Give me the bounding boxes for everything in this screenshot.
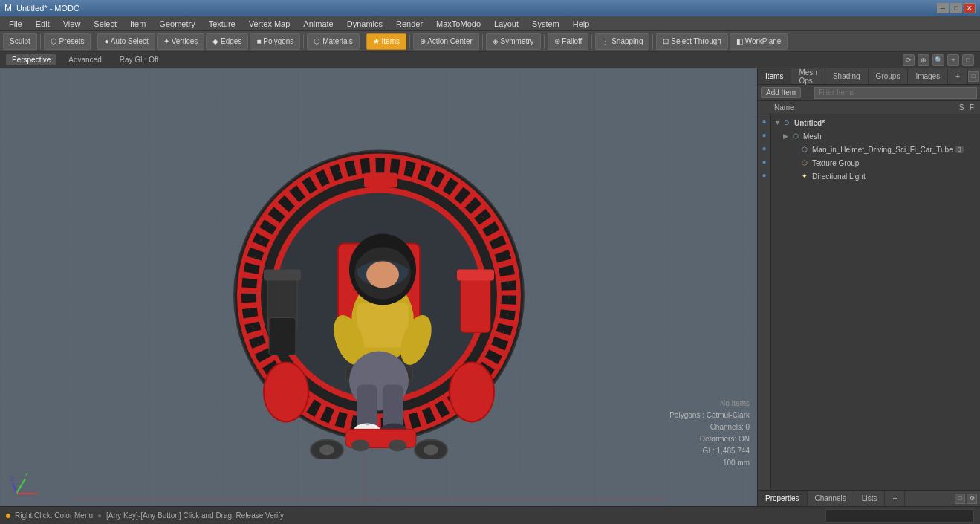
filter-input[interactable] xyxy=(814,87,977,99)
title-bar: M Untitled* - MODO ─ □ ✕ xyxy=(0,0,980,16)
toolbar-sep-6 xyxy=(303,34,304,49)
minimize-button[interactable]: ─ xyxy=(937,3,949,13)
model-svg xyxy=(201,102,557,459)
eye-row-2[interactable]: ● xyxy=(758,128,770,141)
bottom-tab-lists[interactable]: Lists xyxy=(854,491,886,506)
status-sep-1: ● xyxy=(97,511,102,520)
right-ctrl-expand[interactable]: □ xyxy=(968,71,979,82)
bottom-tab-add[interactable]: + xyxy=(885,491,905,506)
toolbar-btn-snapping[interactable]: ⋮ Snapping xyxy=(595,33,649,50)
toolbar-btn-select-through[interactable]: ⊡ Select Through xyxy=(656,33,727,50)
toolbar-btn-materials[interactable]: ⬡ Materials xyxy=(307,33,359,50)
label-man-helmet: Man_in_Helmet_Driving_Sci_Fi_Car_Tube xyxy=(812,146,953,154)
tab-mesh-ops[interactable]: Mesh Ops xyxy=(791,68,825,84)
tab-groups[interactable]: Groups xyxy=(869,68,909,84)
menu-item-view[interactable]: View xyxy=(57,18,87,30)
toolbar-btn-symmetry[interactable]: ◈ Symmetry xyxy=(486,33,541,50)
title-bar-controls[interactable]: ─ □ ✕ xyxy=(937,3,976,13)
command-input[interactable] xyxy=(825,509,974,523)
status-any-key: [Any Key]-[Any Button] Click and Drag: R… xyxy=(106,511,284,520)
badge-3: 3 xyxy=(955,146,964,153)
menu-item-geometry[interactable]: Geometry xyxy=(153,18,201,30)
tab-advanced[interactable]: Advanced xyxy=(62,54,107,65)
tab-raygl[interactable]: Ray GL: Off xyxy=(114,54,165,65)
arrow-texture: ▶ xyxy=(792,159,799,166)
add-item-button[interactable]: Add Item xyxy=(761,87,801,98)
svg-point-33 xyxy=(389,439,406,451)
title-bar-left: M Untitled* - MODO xyxy=(4,3,80,13)
toolbar-btn-items[interactable]: ★ Items xyxy=(366,33,406,50)
bottom-ctrl-settings[interactable]: ⚙ xyxy=(967,494,977,504)
toolbar-btn-falloff[interactable]: ⊛ Falloff xyxy=(548,33,589,50)
tab-shading[interactable]: Shading xyxy=(825,68,869,84)
tab-perspective[interactable]: Perspective xyxy=(6,54,56,65)
toolbar-sep-1 xyxy=(40,34,41,49)
tree-item-texture-group[interactable]: ▶ ⬡ Texture Group xyxy=(771,156,980,169)
label-directional-light: Directional Light xyxy=(812,172,866,181)
svg-point-35 xyxy=(319,444,334,455)
svg-line-45 xyxy=(13,482,16,494)
menu-item-vertex-map[interactable]: Vertex Map xyxy=(243,18,296,30)
svg-rect-41 xyxy=(364,172,397,187)
menu-item-system[interactable]: System xyxy=(526,18,565,30)
svg-point-32 xyxy=(351,439,369,451)
toolbar-btn-auto-select[interactable]: ● Auto Select xyxy=(97,33,155,50)
menu-item-edit[interactable]: Edit xyxy=(30,18,56,30)
menu-item-file[interactable]: File xyxy=(3,18,28,30)
maximize-button[interactable]: □ xyxy=(950,3,962,13)
toolbar-btn-action-center[interactable]: ⊕ Action Center xyxy=(413,33,479,50)
icon-mesh: ⬡ xyxy=(791,131,801,141)
tree-item-untitled[interactable]: ▼ ⊙ Untitled* xyxy=(771,116,980,129)
label-mesh: Mesh xyxy=(803,132,821,140)
menu-item-render[interactable]: Render xyxy=(390,18,429,30)
app-icon: M xyxy=(4,3,12,13)
menu-item-item[interactable]: Item xyxy=(124,18,152,30)
viewport[interactable]: No Items Polygons : Catmul-Clark Channel… xyxy=(0,68,757,506)
menu-item-help[interactable]: Help xyxy=(567,18,596,30)
svg-point-38 xyxy=(264,362,308,421)
menu-item-texture[interactable]: Texture xyxy=(203,18,241,30)
bottom-tab-properties[interactable]: Properties xyxy=(758,491,808,506)
toolbar-btn-edges[interactable]: ◆ Edges xyxy=(206,33,248,50)
view-ctrl-5[interactable]: □ xyxy=(962,54,974,66)
tree-item-mesh[interactable]: ▶ ⬡ Mesh xyxy=(771,129,980,143)
icon-item: ⬡ xyxy=(799,144,810,155)
bottom-tab-channels[interactable]: Channels xyxy=(808,491,854,506)
toolbar-btn-presets[interactable]: ⬡ Presets xyxy=(44,33,91,50)
tab-items[interactable]: Items xyxy=(758,68,791,84)
menu-item-dynamics[interactable]: Dynamics xyxy=(341,18,389,30)
tree-item-man-helmet[interactable]: ▶ ⬡ Man_in_Helmet_Driving_Sci_Fi_Car_Tub… xyxy=(771,143,980,156)
toolbar-btn-polygons[interactable]: ■ Polygons xyxy=(250,33,300,50)
svg-rect-40 xyxy=(269,317,296,355)
close-button[interactable]: ✕ xyxy=(964,3,976,13)
svg-text:X: X xyxy=(36,491,39,497)
toolbar-btn-workplane[interactable]: ◧ WorkPlane xyxy=(730,33,788,50)
info-deformers: Deformers: ON xyxy=(669,433,750,445)
menu-item-select[interactable]: Select xyxy=(88,18,123,30)
view-ctrl-2[interactable]: ⊕ xyxy=(918,54,929,66)
view-ctrl-1[interactable]: ⟳ xyxy=(903,54,915,66)
view-ctrl-4[interactable]: + xyxy=(947,54,959,66)
svg-point-30 xyxy=(366,261,399,288)
svg-point-37 xyxy=(424,444,438,455)
tab-add[interactable]: + xyxy=(948,68,968,84)
eye-row-4[interactable]: ● xyxy=(758,155,770,168)
items-tree: ▼ ⊙ Untitled* ▶ ⬡ Mesh ▶ ⬡ Man_in_Helmet… xyxy=(771,114,980,490)
tab-images[interactable]: Images xyxy=(908,68,948,84)
bottom-ctrl-expand[interactable]: □ xyxy=(955,494,965,504)
svg-rect-24 xyxy=(357,384,377,429)
toolbar-btn-vertices[interactable]: ✦ Vertices xyxy=(157,33,204,50)
svg-line-44 xyxy=(16,479,25,494)
tree-item-directional-light[interactable]: ▶ ✦ Directional Light xyxy=(771,169,980,183)
menu-item-layout[interactable]: Layout xyxy=(488,18,525,30)
info-gl-coords: GL: 1,485,744 xyxy=(669,445,750,457)
view-ctrl-3[interactable]: 🔍 xyxy=(932,54,944,66)
eye-row-3[interactable]: ● xyxy=(758,141,770,155)
menu-item-maxtomodo[interactable]: MaxToModo xyxy=(430,18,487,30)
right-panel: Items Mesh Ops Shading Groups Images + □… xyxy=(757,68,980,506)
eye-row-5[interactable]: ● xyxy=(758,168,770,181)
svg-text:Z: Z xyxy=(10,476,14,482)
eye-row-1[interactable]: ● xyxy=(758,114,770,128)
toolbar-btn-sculpt[interactable]: Sculpt xyxy=(3,33,37,50)
menu-item-animate[interactable]: Animate xyxy=(297,18,339,30)
